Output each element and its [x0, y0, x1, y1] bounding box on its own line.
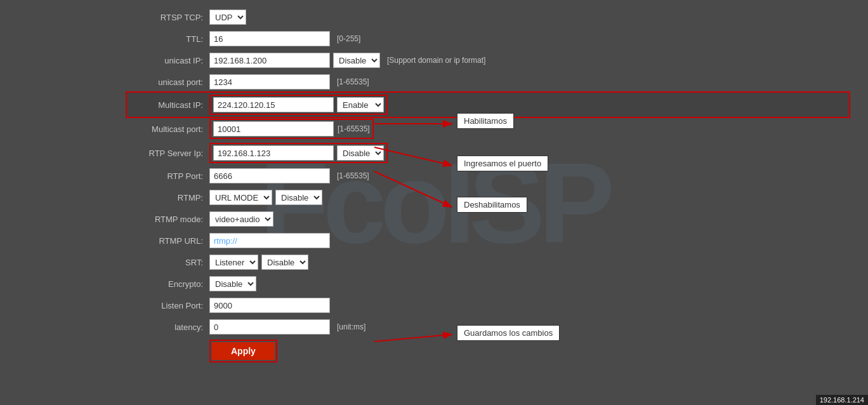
- ip-badge: 192.168.1.214: [816, 395, 868, 405]
- multicast-ip-input[interactable]: [213, 97, 334, 112]
- ttl-label: TTL:: [127, 28, 209, 50]
- apply-btn-wrapper: Apply: [209, 340, 277, 362]
- latency-input[interactable]: [209, 319, 330, 335]
- listen-port-row: Listen Port:: [127, 295, 849, 316]
- ttl-hint: [0-255]: [337, 34, 360, 43]
- apply-row: Apply: [127, 338, 849, 364]
- rtp-port-label: RTP Port:: [127, 165, 209, 187]
- srt-row: SRT: Listener DisableEnable: [127, 251, 849, 273]
- rtp-port-input[interactable]: [209, 168, 330, 183]
- rtsp-tcp-control: UDP: [209, 6, 849, 28]
- listen-port-label: Listen Port:: [127, 295, 209, 316]
- rtmp-mode-label: RTMP mode:: [127, 208, 209, 230]
- srt-label: SRT:: [127, 251, 209, 273]
- encrypto-select[interactable]: DisableEnable: [209, 276, 256, 291]
- srt-enable-select[interactable]: DisableEnable: [261, 255, 308, 270]
- callout-ingresamos: Ingresamos el puerto: [457, 156, 548, 171]
- unicast-port-input[interactable]: [209, 74, 330, 90]
- rtsp-tcp-label: RTSP TCP:: [127, 6, 209, 28]
- rtp-server-ip-select[interactable]: DisableEnable: [337, 145, 384, 161]
- listen-port-input[interactable]: [209, 298, 330, 313]
- ttl-row: TTL: [0-255]: [127, 28, 849, 50]
- unicast-ip-input[interactable]: [209, 53, 330, 68]
- apply-button[interactable]: Apply: [212, 342, 275, 360]
- rtmp-label: RTMP:: [127, 187, 209, 208]
- rtmp-enable-select[interactable]: DisableEnable: [275, 190, 322, 205]
- rtmp-url-row: RTMP URL:: [127, 230, 849, 251]
- rtmp-mode-select[interactable]: URL MODE: [209, 190, 272, 205]
- rtmp-url-input[interactable]: [209, 233, 330, 248]
- unicast-ip-hint: [Support domain or ip format]: [387, 56, 485, 65]
- multicast-port-input[interactable]: [213, 121, 334, 136]
- callout-guardamos: Guardamos los cambios: [457, 325, 560, 341]
- rtp-server-ip-label: RTP Server Ip:: [127, 141, 209, 165]
- srt-mode-select[interactable]: Listener: [209, 255, 258, 270]
- rtsp-tcp-select[interactable]: UDP: [209, 10, 246, 25]
- unicast-ip-row: unicast IP: DisableEnable [Support domai…: [127, 50, 849, 71]
- rtp-port-hint: [1-65535]: [337, 171, 369, 180]
- callout-deshabilitamos: Deshabilitamos: [457, 197, 527, 213]
- multicast-ip-select[interactable]: EnableDisable: [337, 97, 384, 112]
- unicast-port-row: unicast port: [1-65535]: [127, 71, 849, 93]
- latency-label: latency:: [127, 316, 209, 338]
- callout-habilitamos: Habilitamos: [457, 113, 514, 129]
- multicast-port-hint: [1-65535]: [338, 124, 370, 133]
- unicast-port-hint: [1-65535]: [337, 77, 369, 86]
- unicast-ip-select[interactable]: DisableEnable: [333, 53, 380, 68]
- settings-table: RTSP TCP: UDP TTL: [0-255] unicast IP:: [127, 6, 849, 364]
- unicast-port-label: unicast port:: [127, 71, 209, 93]
- form-area: RTSP TCP: UDP TTL: [0-255] unicast IP:: [0, 0, 868, 371]
- rtp-server-ip-input[interactable]: [213, 145, 334, 161]
- rtsp-tcp-row: RTSP TCP: UDP: [127, 6, 849, 28]
- latency-hint: [unit:ms]: [337, 322, 365, 331]
- multicast-ip-label: Multicast IP:: [127, 93, 209, 117]
- rtmp-url-label: RTMP URL:: [127, 230, 209, 251]
- unicast-ip-label: unicast IP:: [127, 50, 209, 71]
- encrypto-label: Encrypto:: [127, 273, 209, 295]
- encrypto-row: Encrypto: DisableEnable: [127, 273, 849, 295]
- ttl-input[interactable]: [209, 31, 330, 46]
- multicast-port-label: Multicast port:: [127, 117, 209, 141]
- rtmp-mode-audio-select[interactable]: video+audio: [209, 211, 273, 227]
